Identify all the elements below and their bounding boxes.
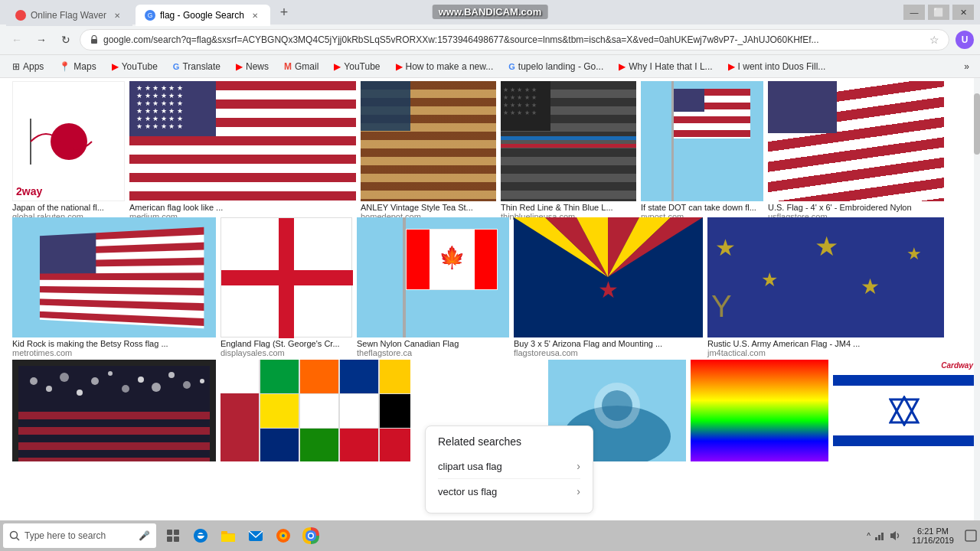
image-result-16[interactable]: Cardway [833, 360, 975, 461]
image-result-8[interactable]: England Flag (St. George's Cr... display… [220, 217, 352, 357]
svg-text:🍁: 🍁 [439, 245, 466, 270]
bookmark-apps[interactable]: ⊞ Apps [6, 60, 50, 73]
chrome-taskbar-icon[interactable] [299, 523, 323, 548]
image-result-2[interactable]: ★ ★ ★ ★ ★ ★★ ★ ★ ★ ★ ★★ ★ ★ ★ ★ ★★ ★ ★ ★… [129, 81, 356, 221]
taskview-icon[interactable] [161, 523, 185, 548]
svg-point-83 [282, 534, 285, 537]
mail-taskbar-icon[interactable] [243, 523, 268, 548]
svg-marker-70 [890, 399, 918, 425]
svg-point-36 [77, 390, 83, 396]
youtube-icon-1: ▶ [112, 61, 119, 72]
tray-up-arrow[interactable]: ^ [867, 532, 871, 540]
svg-point-33 [30, 377, 38, 385]
window-controls: — ⬜ ✕ [903, 5, 974, 20]
image-result-15[interactable] [691, 360, 828, 461]
bookmarks-bar: ⊞ Apps 📍 Maps ▶ YouTube G Translate ▶ Ne… [0, 55, 980, 78]
image-1-title: Japan of the national fl... [12, 203, 125, 212]
bookmark-translate[interactable]: G Translate [167, 60, 227, 73]
tab-2[interactable]: G flag - Google Search ✕ [136, 5, 270, 26]
notification-icon[interactable] [965, 530, 977, 542]
image-result-5[interactable]: If state DOT can take down fl... nypost.… [641, 81, 763, 221]
svg-text:★ ★ ★ ★ ★: ★ ★ ★ ★ ★ [503, 86, 537, 93]
image-2-title: American flag look like ... [129, 203, 356, 212]
svg-rect-56 [300, 360, 338, 393]
bookmark-why[interactable]: ▶ Why I Hate that I L... [612, 60, 718, 73]
svg-rect-2 [91, 39, 97, 44]
close-button[interactable]: ✕ [952, 5, 974, 20]
svg-line-72 [17, 538, 20, 541]
clock-date: 11/16/2019 [912, 536, 954, 545]
bookmark-youtube-1[interactable]: ▶ YouTube [106, 60, 164, 73]
svg-rect-62 [380, 360, 410, 393]
svg-rect-91 [965, 530, 976, 541]
forward-button[interactable]: → [31, 29, 52, 51]
bookmark-tupelo[interactable]: G tupelo landing - Go... [502, 60, 609, 73]
related-item-1[interactable]: clipart usa flag › [438, 454, 580, 479]
related-item-2[interactable]: vector us flag › [438, 479, 580, 504]
minimize-button[interactable]: — [903, 5, 925, 20]
svg-text:★ ★ ★ ★ ★: ★ ★ ★ ★ ★ [503, 102, 537, 109]
svg-marker-90 [890, 531, 896, 540]
bookmark-youtube-2[interactable]: ▶ YouTube [328, 60, 386, 73]
image-result-4[interactable]: ★ ★ ★ ★ ★★ ★ ★ ★ ★★ ★ ★ ★ ★★ ★ ★ ★ ★ Thi… [501, 81, 636, 221]
svg-rect-46 [18, 427, 210, 435]
image-result-6[interactable]: U.S. Flag - 4' x 6' - Embroidered Nylon … [768, 81, 944, 221]
related-searches-box: Related searches clipart usa flag › vect… [425, 425, 593, 514]
bookmark-maps-label: Maps [74, 61, 96, 72]
firefox-taskbar-icon[interactable] [271, 523, 296, 548]
bookmark-star-icon[interactable]: ☆ [929, 34, 939, 46]
bookmark-news[interactable]: ▶ News [230, 60, 275, 73]
file-explorer-taskbar-icon[interactable] [216, 523, 240, 548]
svg-rect-45 [18, 412, 210, 419]
image-result-3[interactable]: ANLEY Vintage Style Tea St... homedepot.… [361, 81, 496, 221]
image-result-10[interactable]: ★ Buy 3 x 5' Arizona Flag and Mounting .… [514, 217, 703, 357]
bookmark-maps[interactable]: 📍 Maps [53, 60, 102, 73]
profile-avatar[interactable]: U [956, 31, 974, 49]
translate-icon: G [173, 62, 180, 71]
image-10-domain: flagstoreusa.com [514, 348, 703, 357]
image-10-title: Buy 3 x 5' Arizona Flag and Mounting ... [514, 339, 703, 348]
related-arrow-2: › [577, 485, 580, 497]
taskbar-search-box[interactable]: Type here to search 🎤 [3, 523, 156, 548]
system-clock[interactable]: 6:21 PM 11/16/2019 [906, 527, 960, 545]
tab-2-close[interactable]: ✕ [249, 9, 261, 21]
image-result-1[interactable]: 2way Japan of the national fl... global.… [12, 81, 125, 221]
maximize-button[interactable]: ⬜ [928, 5, 949, 20]
svg-point-44 [200, 379, 204, 383]
tab-1-close[interactable]: ✕ [111, 9, 123, 21]
image-7-title: Kid Rock is making the Betsy Ross flag .… [12, 339, 216, 348]
apps-icon: ⊞ [12, 61, 20, 72]
svg-text:★ ★ ★ ★ ★ ★: ★ ★ ★ ★ ★ ★ [136, 122, 183, 130]
svg-point-35 [60, 373, 69, 382]
image-result-7[interactable]: Kid Rock is making the Betsy Ross flag .… [12, 217, 216, 357]
image-result-11[interactable]: ★ ★ ★ ★ ★ Y Rustic U.S. Army American Fl… [707, 217, 944, 357]
svg-point-71 [11, 532, 18, 539]
bookmark-youtube-2-label: YouTube [344, 61, 380, 72]
image-result-13[interactable] [220, 360, 410, 461]
address-bar[interactable]: google.com/search?q=flag&sxsrf=ACYBGNQx3… [80, 29, 949, 51]
new-tab-button[interactable]: + [273, 2, 295, 23]
bookmarks-more-button[interactable]: » [959, 60, 974, 73]
address-url: google.com/search?q=flag&sxsrf=ACYBGNQx3… [103, 34, 925, 45]
bookmark-howto[interactable]: ▶ How to make a new... [390, 60, 500, 73]
search-icon [9, 530, 20, 541]
svg-text:★ ★ ★ ★ ★ ★: ★ ★ ★ ★ ★ ★ [136, 92, 183, 99]
tab-1[interactable]: Online Flag Waver ✕ [6, 5, 132, 26]
svg-point-39 [122, 385, 129, 393]
edge-taskbar-icon[interactable] [188, 523, 213, 548]
system-tray: ^ [867, 530, 901, 542]
scrollbar-thumb[interactable] [974, 93, 980, 155]
back-button[interactable]: ← [6, 29, 28, 51]
bookmark-duos[interactable]: ▶ I went into Duos Fill... [722, 60, 832, 73]
image-result-9[interactable]: 🍁 Sewn Nylon Canadian Flag theflagstore.… [357, 217, 509, 357]
image-result-12[interactable] [12, 360, 216, 461]
bookmark-why-label: Why I Hate that I L... [629, 61, 712, 72]
scrollbar[interactable] [974, 78, 980, 551]
svg-rect-52 [220, 427, 259, 461]
bookmark-gmail[interactable]: M Gmail [278, 60, 325, 73]
refresh-button[interactable]: ↻ [55, 29, 77, 51]
svg-text:★: ★ [815, 231, 838, 261]
svg-text:Y: Y [711, 289, 732, 323]
related-searches-title: Related searches [438, 435, 580, 448]
svg-text:★: ★ [715, 235, 736, 260]
